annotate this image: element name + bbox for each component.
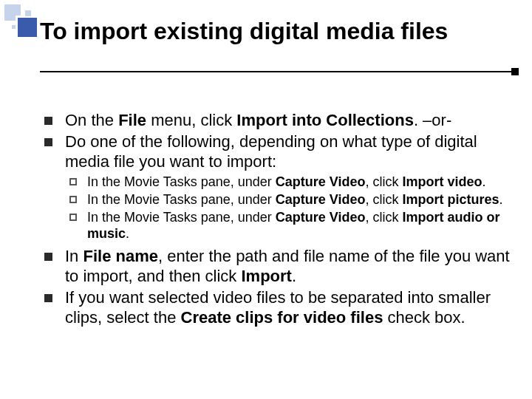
text: . — [126, 226, 129, 241]
bold: Import — [241, 267, 291, 285]
bold: Create clips for video files — [181, 308, 383, 327]
text: In the Movie Tasks pane, under — [87, 192, 276, 207]
bold: Import video — [403, 174, 482, 189]
bullet-1: On the File menu, click Import into Coll… — [40, 111, 510, 131]
bold: Import into Collections — [236, 111, 414, 129]
text: menu, click — [146, 111, 236, 129]
text: In the Movie Tasks pane, under — [87, 174, 276, 189]
text: . –or‑ — [414, 111, 451, 129]
text: Do one of the following, depending on wh… — [65, 132, 477, 171]
text: , click — [366, 174, 403, 189]
text: In the Movie Tasks pane, under — [87, 210, 276, 225]
sub-bullet-3: In the Movie Tasks pane, under Capture V… — [65, 210, 510, 242]
bold: Import pictures — [403, 192, 499, 207]
text: , click — [366, 192, 403, 207]
bullet-2: Do one of the following, depending on wh… — [40, 132, 510, 242]
text: , click — [366, 210, 403, 225]
text: . — [292, 267, 296, 285]
text: . — [499, 192, 503, 207]
bold: File name — [83, 247, 157, 265]
bold: Capture Video — [276, 210, 366, 225]
text: . — [482, 174, 486, 189]
bold: File — [118, 111, 146, 129]
bold: Capture Video — [276, 192, 366, 207]
text: In — [65, 247, 83, 265]
sub-bullet-1: In the Movie Tasks pane, under Capture V… — [65, 174, 510, 191]
sub-bullet-2: In the Movie Tasks pane, under Capture V… — [65, 192, 510, 208]
corner-decoration — [4, 4, 37, 37]
bullet-3: In File name, enter the path and file na… — [40, 247, 510, 287]
slide-title: To import existing digital media files — [40, 18, 517, 45]
bullet-4: If you want selected video files to be s… — [40, 288, 510, 328]
text: On the — [65, 111, 118, 129]
title-underline — [40, 71, 517, 72]
bold: Capture Video — [276, 174, 366, 189]
text: check box. — [383, 308, 465, 327]
slide-body: On the File menu, click Import into Coll… — [40, 111, 510, 330]
